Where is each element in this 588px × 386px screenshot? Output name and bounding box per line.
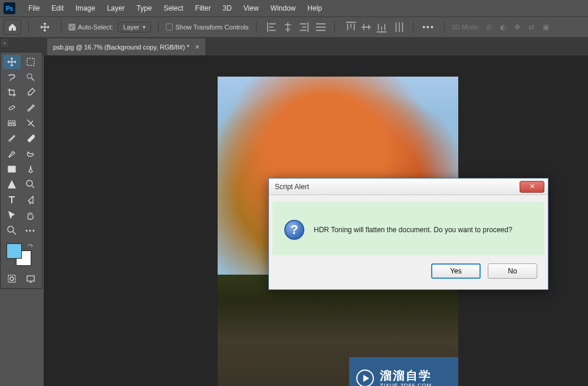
dialog-body: ? HDR Toning will flatten the document. … bbox=[269, 195, 548, 255]
show-transform-label: Show Transform Controls bbox=[175, 24, 248, 31]
separator bbox=[256, 21, 257, 33]
dialog-titlebar[interactable]: Script Alert ✕ bbox=[269, 179, 548, 195]
app-logo[interactable]: Ps bbox=[4, 2, 15, 14]
menu-file[interactable]: File bbox=[22, 2, 45, 15]
eraser-tool[interactable] bbox=[3, 131, 21, 146]
document-tab-bar: psb.jpg @ 16.7% (Background copy, RGB/8#… bbox=[0, 38, 588, 55]
path-select-tool[interactable] bbox=[22, 177, 40, 192]
align-center-h-icon[interactable] bbox=[281, 21, 294, 34]
foreground-color-swatch[interactable] bbox=[6, 243, 22, 259]
direct-select-tool[interactable] bbox=[22, 193, 40, 207]
play-icon bbox=[356, 369, 374, 386]
color-swatches[interactable] bbox=[3, 243, 40, 267]
dialog-message: HDR Toning will flatten the document. Do… bbox=[314, 226, 513, 234]
dodge-tool[interactable] bbox=[22, 147, 40, 161]
rectangle-tool[interactable] bbox=[3, 162, 21, 176]
gradient-tool[interactable] bbox=[22, 131, 40, 146]
align-center-v-icon[interactable] bbox=[360, 21, 373, 34]
swap-colors-icon[interactable] bbox=[27, 243, 35, 252]
close-tab-icon[interactable]: × bbox=[195, 43, 199, 51]
svg-point-1 bbox=[27, 74, 32, 78]
align-left-icon[interactable] bbox=[266, 21, 279, 34]
pen-tool[interactable] bbox=[22, 162, 40, 176]
checkbox-icon: ✓ bbox=[68, 24, 75, 31]
auto-select-checkbox[interactable]: ✓ Auto-Select: bbox=[68, 24, 113, 31]
document-tab[interactable]: psb.jpg @ 16.7% (Background copy, RGB/8#… bbox=[47, 38, 205, 55]
watermark-url: ZIXUE.3D66.COM bbox=[380, 382, 432, 386]
blur-tool[interactable] bbox=[3, 147, 21, 161]
collapse-handle-icon[interactable]: « bbox=[0, 38, 9, 48]
svg-rect-4 bbox=[8, 124, 15, 126]
menu-layer[interactable]: Layer bbox=[101, 2, 130, 15]
menu-help[interactable]: Help bbox=[301, 2, 328, 15]
mode-3d-label: 3D Mode: bbox=[452, 24, 480, 31]
checkbox-icon bbox=[166, 24, 173, 31]
separator bbox=[444, 21, 445, 33]
options-bar: ✓ Auto-Select: Layer ▾ Show Transform Co… bbox=[0, 17, 588, 38]
more-options-icon[interactable]: ••• bbox=[421, 21, 437, 34]
stamp-tool[interactable] bbox=[3, 116, 21, 130]
align-group-2 bbox=[344, 21, 388, 34]
crop-tool[interactable] bbox=[3, 85, 21, 100]
dialog-buttons: Yes No bbox=[269, 255, 548, 289]
yes-button[interactable]: Yes bbox=[431, 263, 481, 279]
dialog-title: Script Alert bbox=[275, 183, 520, 191]
quick-select-tool[interactable] bbox=[22, 70, 40, 84]
slide-3d-icon[interactable]: ⇄ bbox=[527, 22, 536, 32]
shape-tool[interactable] bbox=[3, 177, 21, 192]
dialog-close-button[interactable]: ✕ bbox=[520, 181, 544, 193]
menu-bar: Ps File Edit Image Layer Type Select Fil… bbox=[0, 0, 588, 17]
move-tool[interactable] bbox=[3, 55, 21, 69]
align-top-icon[interactable] bbox=[344, 21, 357, 34]
healing-tool[interactable] bbox=[3, 101, 21, 115]
quick-mask-tool[interactable] bbox=[3, 272, 21, 286]
pan-3d-icon[interactable]: ✥ bbox=[513, 22, 522, 32]
menu-3d[interactable]: 3D bbox=[216, 2, 237, 15]
distribute-icon[interactable] bbox=[314, 21, 327, 34]
menu-view[interactable]: View bbox=[238, 2, 265, 15]
show-transform-checkbox[interactable]: Show Transform Controls bbox=[166, 24, 248, 31]
home-button[interactable] bbox=[4, 19, 21, 35]
svg-rect-10 bbox=[27, 276, 34, 281]
menu-image[interactable]: Image bbox=[70, 2, 101, 15]
align-right-icon[interactable] bbox=[297, 21, 310, 34]
eyedropper-tool[interactable] bbox=[22, 85, 40, 100]
align-group-1 bbox=[266, 21, 310, 34]
menu-type[interactable]: Type bbox=[130, 2, 157, 15]
move-tool-indicator-icon[interactable] bbox=[36, 20, 54, 34]
screen-mode-tool[interactable] bbox=[22, 272, 40, 286]
align-bottom-icon[interactable] bbox=[375, 21, 388, 34]
menu-edit[interactable]: Edit bbox=[45, 2, 70, 15]
menu-filter[interactable]: Filter bbox=[189, 2, 217, 15]
svg-point-6 bbox=[27, 180, 32, 186]
lasso-tool[interactable] bbox=[3, 70, 21, 84]
zoom-tool[interactable] bbox=[3, 223, 21, 237]
brush-tool[interactable] bbox=[22, 101, 40, 115]
question-icon: ? bbox=[284, 220, 304, 240]
more-tools-icon[interactable]: ••• bbox=[22, 223, 40, 237]
menu-select[interactable]: Select bbox=[157, 2, 189, 15]
svg-point-7 bbox=[8, 226, 14, 232]
no-button[interactable]: No bbox=[488, 263, 537, 279]
distribute-v-icon[interactable] bbox=[393, 21, 406, 34]
arrow-tool[interactable] bbox=[3, 208, 21, 222]
menu-window[interactable]: Window bbox=[265, 2, 302, 15]
chevron-down-icon: ▾ bbox=[143, 24, 146, 30]
roll-3d-icon[interactable]: ◐ bbox=[498, 22, 508, 32]
camera-3d-icon[interactable]: ▣ bbox=[541, 22, 550, 32]
svg-rect-8 bbox=[8, 275, 15, 282]
auto-select-target-dropdown[interactable]: Layer ▾ bbox=[118, 22, 152, 32]
svg-rect-3 bbox=[8, 121, 15, 123]
dropdown-label: Layer bbox=[123, 24, 140, 31]
hand-tool[interactable] bbox=[22, 208, 40, 222]
document-tab-title: psb.jpg @ 16.7% (Background copy, RGB/8#… bbox=[53, 44, 189, 51]
history-brush-tool[interactable] bbox=[22, 116, 40, 130]
svg-point-9 bbox=[10, 277, 14, 281]
marquee-tool[interactable] bbox=[22, 55, 40, 69]
watermark-text: 溜溜自学 bbox=[380, 368, 432, 382]
type-tool[interactable] bbox=[3, 193, 21, 207]
orbit-3d-icon[interactable]: ◎ bbox=[484, 22, 494, 32]
separator bbox=[334, 21, 335, 33]
script-alert-dialog: Script Alert ✕ ? HDR Toning will flatten… bbox=[268, 178, 548, 290]
separator bbox=[28, 21, 29, 33]
